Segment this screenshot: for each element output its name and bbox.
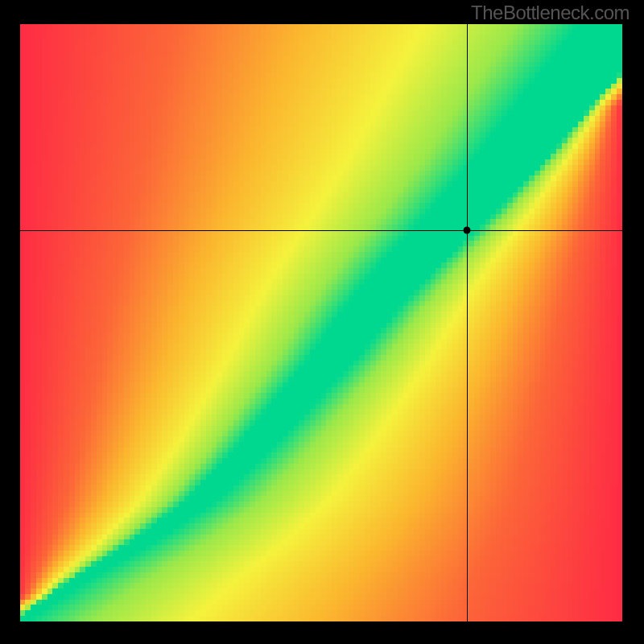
heatmap-canvas	[20, 24, 622, 621]
crosshair-vertical	[467, 24, 468, 621]
heatmap-canvas-wrap	[20, 24, 622, 621]
crosshair-horizontal	[20, 230, 622, 231]
heatmap-plot	[20, 24, 622, 621]
watermark-text: TheBottleneck.com	[471, 2, 630, 24]
marker-point	[464, 226, 471, 233]
